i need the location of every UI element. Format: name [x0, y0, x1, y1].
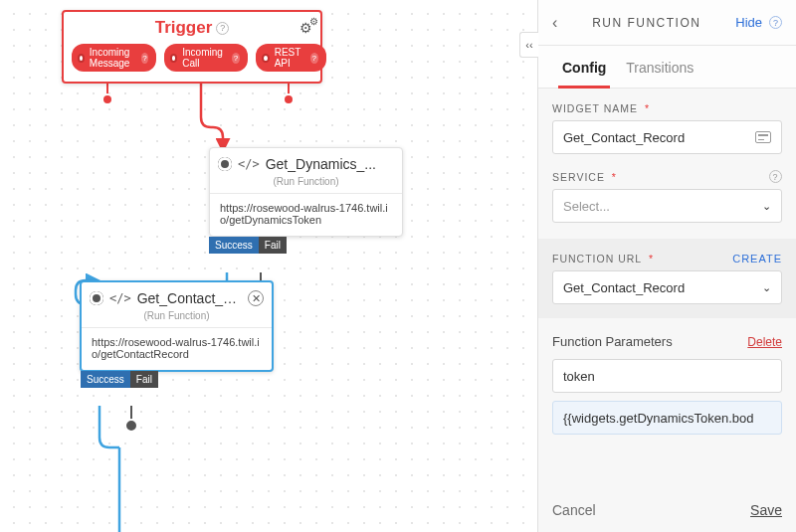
port-dot-icon	[78, 54, 85, 63]
port-dot-icon	[170, 54, 178, 63]
tab-config[interactable]: Config	[552, 46, 616, 88]
collapse-panel-button[interactable]: ‹‹	[519, 32, 538, 58]
panel-tabs: Config Transitions	[538, 46, 796, 89]
trigger-node[interactable]: Trigger ? ⚙⚙ Incoming Message ? Incoming…	[62, 10, 322, 84]
port-dot-icon	[262, 54, 270, 63]
config-panel: ‹‹ ‹ RUN FUNCTION Hide ? Config Transiti…	[537, 0, 796, 532]
pill-label: REST API	[275, 47, 305, 69]
service-placeholder: Select...	[563, 199, 610, 214]
output-success[interactable]: Success	[209, 237, 259, 254]
hide-label: Hide	[735, 15, 762, 30]
help-icon: ?	[232, 53, 240, 64]
trigger-pill-incoming-message[interactable]: Incoming Message ?	[72, 44, 156, 72]
param-value-input[interactable]: {{widgets.getDynamicsToken.bod	[552, 401, 782, 435]
delete-parameter-link[interactable]: Delete	[747, 335, 782, 349]
param-key-value: token	[563, 369, 595, 384]
tab-transitions[interactable]: Transitions	[616, 46, 703, 88]
node-subtitle: (Run Function)	[210, 174, 402, 193]
code-icon: </>	[238, 157, 260, 171]
output-fail[interactable]: Fail	[130, 371, 158, 388]
pill-label: Incoming Call	[182, 47, 227, 69]
function-url-select[interactable]: Get_Contact_Record ⌄	[552, 270, 782, 304]
trigger-title: Trigger	[155, 18, 213, 38]
panel-title: RUN FUNCTION	[557, 16, 735, 30]
chevron-down-icon: ⌄	[762, 281, 771, 294]
node-url: https://rosewood-walrus-1746.twil.io/get…	[82, 328, 272, 370]
help-icon: ?	[310, 53, 318, 64]
function-url-value: Get_Contact_Record	[563, 280, 685, 295]
node-title: Get_Contact_Re...	[137, 290, 242, 306]
widget-name-value: Get_Contact_Record	[563, 130, 685, 145]
trigger-pill-incoming-call[interactable]: Incoming Call ?	[164, 44, 249, 72]
node-subtitle: (Run Function)	[82, 308, 272, 327]
cancel-button[interactable]: Cancel	[552, 502, 596, 518]
help-icon[interactable]: ?	[769, 170, 782, 183]
card-icon	[755, 131, 771, 143]
svg-point-1	[284, 94, 294, 104]
node-url: https://rosewood-walrus-1746.twil.io/get…	[210, 194, 402, 236]
param-value-value: {{widgets.getDynamicsToken.bod	[563, 411, 754, 426]
create-function-link[interactable]: CREATE	[732, 253, 782, 265]
service-select[interactable]: Select... ⌄	[552, 189, 782, 223]
output-success[interactable]: Success	[81, 371, 130, 388]
save-button[interactable]: Save	[750, 502, 782, 518]
service-label: SERVICE * ?	[552, 170, 782, 183]
help-icon: ?	[141, 53, 147, 64]
input-port-icon[interactable]	[90, 291, 103, 305]
function-url-label: FUNCTION URL * CREATE	[552, 253, 782, 265]
gear-icon[interactable]: ⚙⚙	[299, 20, 312, 36]
trigger-pill-rest-api[interactable]: REST API ?	[256, 44, 326, 72]
function-parameters-label: Function Parameters	[552, 334, 673, 349]
hide-panel-button[interactable]: Hide ?	[735, 15, 782, 30]
widget-name-input[interactable]: Get_Contact_Record	[552, 120, 782, 154]
pill-label: Incoming Message	[90, 47, 137, 69]
svg-point-3	[125, 420, 137, 432]
function-node-get-dynamics[interactable]: </> Get_Dynamics_... (Run Function) http…	[209, 147, 403, 237]
code-icon: </>	[109, 291, 131, 305]
help-icon[interactable]: ?	[216, 22, 229, 35]
help-icon: ?	[769, 16, 782, 29]
svg-point-0	[102, 94, 112, 104]
input-port-icon[interactable]	[218, 157, 232, 171]
function-node-get-contact[interactable]: </> Get_Contact_Re... ✕ (Run Function) h…	[80, 280, 274, 372]
close-icon[interactable]: ✕	[248, 290, 264, 306]
output-fail[interactable]: Fail	[259, 237, 287, 254]
chevron-down-icon: ⌄	[762, 200, 771, 213]
flow-canvas[interactable]: Trigger ? ⚙⚙ Incoming Message ? Incoming…	[0, 0, 537, 532]
widget-name-label: WIDGET NAME *	[552, 102, 782, 114]
node-title: Get_Dynamics_...	[266, 156, 394, 172]
param-key-input[interactable]: token	[552, 359, 782, 393]
